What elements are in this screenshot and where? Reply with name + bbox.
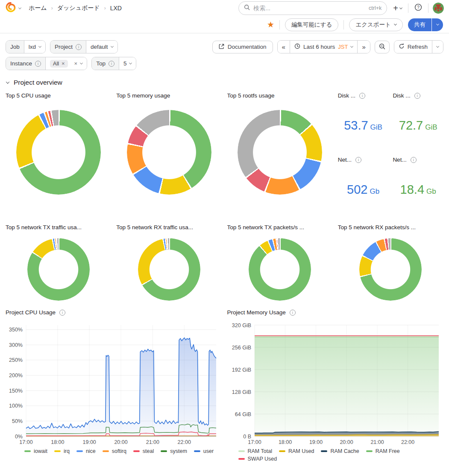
legend-item[interactable]: RAM Total <box>238 448 272 454</box>
legend-item[interactable]: SWAP Used <box>238 456 277 462</box>
time-shift-back-button[interactable]: « <box>278 41 290 53</box>
star-favorite-icon[interactable]: ★ <box>267 21 274 29</box>
panel-title[interactable]: Top 5 network RX packets/s ... <box>338 224 443 231</box>
instance-chip-all[interactable]: All × <box>50 60 68 68</box>
documentation-button[interactable]: Documentation <box>212 41 273 53</box>
stat-value: 72.7GiB <box>399 118 437 133</box>
top-variable-value[interactable]: 5 <box>119 57 136 70</box>
add-new-button[interactable]: + <box>391 4 404 12</box>
user-avatar[interactable] <box>433 3 444 14</box>
svg-text:350%: 350% <box>9 327 23 333</box>
stat-panel-disk-read: Disk ... 53.7GiB <box>338 92 389 152</box>
refresh-interval-dropdown[interactable] <box>432 41 443 53</box>
panel-title[interactable]: Top 5 rootfs usage <box>227 92 333 99</box>
double-chevron-right-icon: » <box>362 44 365 50</box>
legend-color-dash <box>133 450 140 452</box>
breadcrumb-dashboards[interactable]: ダッシュボード <box>57 4 100 12</box>
job-variable-value[interactable]: lxd <box>24 41 45 53</box>
panel-title[interactable]: Top 5 network TX packets/s ... <box>227 224 333 231</box>
time-shift-forward-button[interactable]: » <box>357 41 370 53</box>
info-icon[interactable] <box>359 93 365 99</box>
stat-panel-net-rx: Net... 502Gb <box>338 157 389 216</box>
clock-icon <box>294 43 300 50</box>
legend-color-dash <box>24 450 31 452</box>
info-icon[interactable] <box>414 93 420 99</box>
question-circle-icon: ? <box>414 3 422 13</box>
panel-title[interactable]: Top 5 network RX traffic usa... <box>116 224 222 231</box>
panel-title[interactable]: Top 5 memory usage <box>116 92 222 99</box>
chevron-down-icon <box>394 23 397 26</box>
clear-selection-icon[interactable]: × <box>74 61 78 66</box>
legend-item[interactable]: iowait <box>24 448 47 454</box>
make-editable-button[interactable]: 編集可能にする <box>285 18 338 31</box>
panel-project-cpu-usage: Project CPU Usage 0%50%100%150%200%250%3… <box>6 309 222 462</box>
refresh-button[interactable]: Refresh <box>394 41 432 53</box>
breadcrumb-home[interactable]: ホーム <box>29 4 47 12</box>
chevron-down-icon <box>399 6 402 9</box>
export-button[interactable]: エクスポート <box>349 18 403 31</box>
legend-label: iowait <box>34 448 47 454</box>
project-variable-value[interactable]: default <box>86 41 117 53</box>
share-dropdown-button[interactable] <box>432 18 443 31</box>
panel-title[interactable]: Top 5 network TX traffic usa... <box>6 224 111 231</box>
panel-title[interactable]: Disk ... <box>393 92 443 99</box>
share-button-group: 共有 <box>408 18 443 31</box>
info-icon[interactable] <box>355 157 361 163</box>
panel-title[interactable]: Net... <box>393 157 443 163</box>
grafana-logo-menu[interactable] <box>5 2 21 15</box>
remove-tag-icon[interactable]: × <box>62 61 65 66</box>
panel-title[interactable]: Disk ... <box>338 92 389 99</box>
instance-variable-value[interactable]: All × × <box>45 57 87 70</box>
share-button[interactable]: 共有 <box>408 18 431 31</box>
legend-item[interactable]: system <box>161 448 187 454</box>
export-button-label: エクスポート <box>355 21 391 29</box>
donut-chart-tx-traffic <box>27 238 90 301</box>
svg-text:50%: 50% <box>12 418 23 424</box>
stat-title: Net... <box>393 157 406 163</box>
info-icon[interactable] <box>59 310 65 316</box>
time-range-label: Last 6 hours <box>303 44 335 50</box>
info-icon[interactable] <box>411 157 417 163</box>
legend-label: RAM Free <box>376 448 400 454</box>
row-project-overview[interactable]: Project overview <box>0 79 449 86</box>
legend-item[interactable]: steal <box>133 448 154 454</box>
legend-item[interactable]: softirq <box>103 448 126 454</box>
svg-text:17:00: 17:00 <box>19 439 32 445</box>
legend-color-dash <box>76 450 83 452</box>
legend-label: user <box>203 448 214 454</box>
legend-item[interactable]: irq <box>54 448 70 454</box>
legend-item[interactable]: RAM Cache <box>321 448 359 454</box>
svg-text:22:00: 22:00 <box>178 439 191 445</box>
legend-item[interactable]: nice <box>76 448 96 454</box>
top-variable: Top 5 <box>91 57 136 70</box>
time-range-picker[interactable]: Last 6 hours JST <box>290 41 357 53</box>
divider <box>343 20 344 30</box>
search-box[interactable]: ctrl+k <box>238 1 387 15</box>
legend-item[interactable]: user <box>194 448 214 454</box>
divider <box>408 3 408 13</box>
legend-item[interactable]: RAM Used <box>279 448 314 454</box>
info-icon[interactable] <box>35 61 41 67</box>
legend-color-dash <box>279 450 285 452</box>
panel-title[interactable]: Top 5 CPU usage <box>6 92 111 99</box>
search-input[interactable] <box>253 5 365 12</box>
panel-title[interactable]: Net... <box>338 157 389 163</box>
info-icon[interactable] <box>290 310 296 316</box>
info-icon[interactable] <box>76 44 82 50</box>
help-button[interactable]: ? <box>413 3 424 14</box>
panel-title[interactable]: Project CPU Usage <box>6 309 222 316</box>
job-value-text: lxd <box>29 44 36 50</box>
donut-chart-rootfs <box>238 110 322 195</box>
panel-title[interactable]: Project Memory Usage <box>227 309 444 316</box>
legend-item[interactable]: RAM Free <box>366 448 400 454</box>
magnifier-minus-icon <box>379 43 385 51</box>
breadcrumb-separator: › <box>104 5 106 11</box>
zoom-out-button[interactable] <box>375 41 390 53</box>
chevron-down-icon <box>350 45 353 48</box>
breadcrumb-current[interactable]: LXD <box>110 5 122 12</box>
svg-text:18:00: 18:00 <box>278 439 291 445</box>
info-icon[interactable] <box>109 61 114 67</box>
panel-project-memory-usage: Project Memory Usage 0 B64 GiB128 GiB192… <box>227 309 444 462</box>
stat-value: 18.4Gb <box>400 183 436 197</box>
instance-chip-label: All <box>53 61 59 67</box>
